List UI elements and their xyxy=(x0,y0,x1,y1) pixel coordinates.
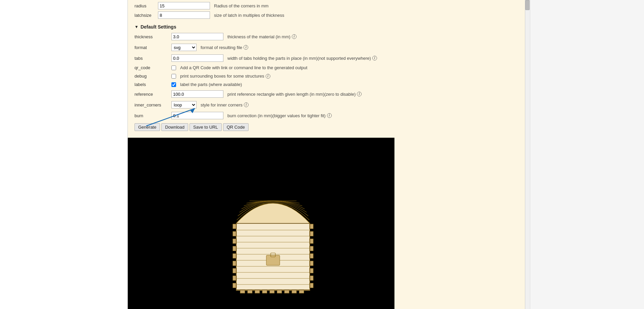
section-header: ▼ Default Settings xyxy=(135,24,523,30)
format-select[interactable]: svg dxf pdf ps xyxy=(171,44,197,51)
svg-rect-14 xyxy=(255,290,260,293)
reference-info-icon[interactable]: i xyxy=(357,92,362,96)
burn-row: burn burn correction (in mm)(bigger valu… xyxy=(135,111,523,120)
latchsize-label: latchsize xyxy=(135,13,158,18)
preview-area xyxy=(128,138,394,309)
inner-corners-info-icon[interactable]: i xyxy=(244,102,249,107)
debug-label: debug xyxy=(135,74,171,79)
svg-rect-19 xyxy=(292,290,297,293)
wooden-box-svg xyxy=(209,163,330,304)
reference-input[interactable] xyxy=(171,90,223,98)
qr-code-checkbox[interactable] xyxy=(171,65,176,70)
latchsize-desc: size of latch in multiples of thickness xyxy=(214,13,284,18)
radius-row: radius Radius of the corners in mm xyxy=(135,2,523,9)
left-panel xyxy=(0,0,127,309)
qr-code-desc: Add a QR Code with link or command line … xyxy=(180,65,307,70)
radius-desc: Radius of the corners in mm xyxy=(214,3,269,8)
right-panel xyxy=(530,0,644,309)
main-content: radius Radius of the corners in mm latch… xyxy=(127,0,530,309)
svg-rect-15 xyxy=(262,290,267,293)
svg-rect-17 xyxy=(277,290,282,293)
thickness-desc: thickness of the material (in mm) xyxy=(227,34,290,39)
labels-row: labels label the parts (where available) xyxy=(135,81,523,88)
svg-rect-16 xyxy=(270,290,274,293)
radius-input[interactable] xyxy=(158,2,210,9)
labels-checkbox[interactable] xyxy=(171,82,176,87)
qr-code-button[interactable]: QR Code xyxy=(223,123,249,131)
svg-rect-20 xyxy=(299,290,304,293)
burn-info-icon[interactable]: i xyxy=(327,113,332,118)
scrollbar-thumb[interactable] xyxy=(525,0,530,10)
inner-corners-desc: style for inner corners xyxy=(201,102,243,107)
tabs-label: tabs xyxy=(135,56,171,61)
debug-desc: print surrounding boxes for some structu… xyxy=(180,74,264,79)
tabs-desc: width of tabs holding the parts in place… xyxy=(227,56,371,61)
generate-button[interactable]: Generate xyxy=(135,123,160,131)
labels-label: labels xyxy=(135,82,171,87)
button-row: Generate Download Save to URL QR Code xyxy=(135,123,523,131)
thickness-info-icon[interactable]: i xyxy=(292,34,297,39)
settings-panel: ▼ Default Settings thickness thickness o… xyxy=(128,24,530,138)
reference-row: reference print reference rectangle with… xyxy=(135,90,523,98)
reference-label: reference xyxy=(135,92,171,97)
scrollbar[interactable] xyxy=(525,0,530,309)
download-button[interactable]: Download xyxy=(161,123,188,131)
format-row: format svg dxf pdf ps format of resultin… xyxy=(135,43,523,52)
format-desc: format of resulting file xyxy=(201,45,242,50)
thickness-input[interactable] xyxy=(171,33,223,40)
radius-label: radius xyxy=(135,3,158,8)
top-fields-section: radius Radius of the corners in mm latch… xyxy=(128,0,530,23)
debug-checkbox[interactable] xyxy=(171,74,176,79)
section-title: Default Settings xyxy=(141,24,176,30)
burn-label: burn xyxy=(135,113,171,118)
inner-corners-row: inner_corners loop corner backarc style … xyxy=(135,100,523,109)
tabs-input[interactable] xyxy=(171,54,223,62)
inner-corners-select[interactable]: loop corner backarc xyxy=(171,101,197,108)
svg-rect-18 xyxy=(284,290,289,293)
svg-rect-12 xyxy=(240,290,245,293)
debug-info-icon[interactable]: i xyxy=(266,74,270,79)
burn-desc: burn correction (in mm)(bigger values fo… xyxy=(227,113,326,118)
qr-code-row: qr_code Add a QR Code with link or comma… xyxy=(135,64,523,71)
thickness-label: thickness xyxy=(135,34,171,39)
labels-desc: label the parts (where available) xyxy=(180,82,242,87)
tabs-info-icon[interactable]: i xyxy=(372,56,377,60)
qr-code-label: qr_code xyxy=(135,65,171,70)
burn-input[interactable] xyxy=(171,112,223,119)
format-label: format xyxy=(135,45,171,50)
inner-corners-label: inner_corners xyxy=(135,102,171,107)
tabs-row: tabs width of tabs holding the parts in … xyxy=(135,54,523,62)
svg-rect-13 xyxy=(248,290,252,293)
latchsize-row: latchsize size of latch in multiples of … xyxy=(135,11,523,19)
collapse-triangle[interactable]: ▼ xyxy=(135,25,139,29)
latchsize-input[interactable] xyxy=(158,11,210,19)
reference-desc: print reference rectangle with given len… xyxy=(227,92,356,97)
format-info-icon[interactable]: i xyxy=(244,45,248,50)
save-to-url-button[interactable]: Save to URL xyxy=(190,123,222,131)
debug-row: debug print surrounding boxes for some s… xyxy=(135,73,523,79)
content-wrapper: radius Radius of the corners in mm latch… xyxy=(128,0,530,309)
thickness-row: thickness thickness of the material (in … xyxy=(135,32,523,41)
